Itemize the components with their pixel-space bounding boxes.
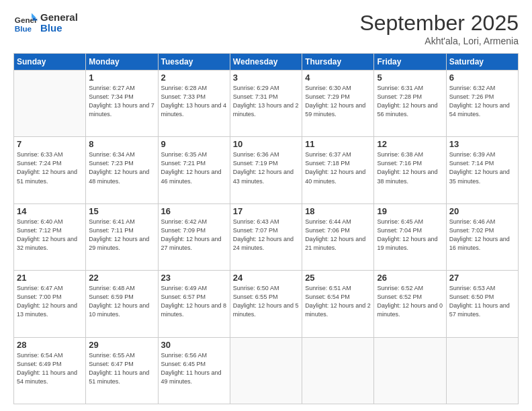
day-info: Sunrise: 6:36 AMSunset: 7:19 PMDaylight:…: [233, 150, 299, 185]
day-number: 20: [449, 206, 515, 216]
day-info: Sunrise: 6:44 AMSunset: 7:06 PMDaylight:…: [305, 218, 371, 253]
day-cell: [302, 337, 374, 404]
day-cell: 6Sunrise: 6:32 AMSunset: 7:26 PMDaylight…: [446, 71, 518, 137]
day-number: 16: [161, 206, 227, 216]
day-info: Sunrise: 6:41 AMSunset: 7:11 PMDaylight:…: [89, 218, 154, 253]
day-number: 14: [17, 206, 83, 216]
day-number: 26: [377, 273, 443, 283]
day-number: 12: [377, 139, 443, 149]
day-info: Sunrise: 6:27 AMSunset: 7:34 PMDaylight:…: [89, 84, 154, 119]
svg-text:Blue: Blue: [15, 24, 32, 33]
day-info: Sunrise: 6:47 AMSunset: 7:00 PMDaylight:…: [17, 284, 83, 319]
day-cell: 10Sunrise: 6:36 AMSunset: 7:19 PMDayligh…: [230, 137, 302, 203]
col-monday: Monday: [86, 54, 158, 71]
day-number: 25: [305, 273, 371, 283]
day-number: 9: [161, 139, 227, 149]
day-number: 4: [305, 73, 371, 83]
calendar-header: Sunday Monday Tuesday Wednesday Thursday…: [14, 54, 519, 71]
day-info: Sunrise: 6:40 AMSunset: 7:12 PMDaylight:…: [17, 218, 83, 253]
day-number: 22: [89, 273, 154, 283]
week-row-3: 21Sunrise: 6:47 AMSunset: 7:00 PMDayligh…: [14, 271, 519, 337]
day-number: 23: [161, 273, 227, 283]
day-number: 28: [17, 340, 83, 350]
day-number: 21: [17, 273, 83, 283]
col-saturday: Saturday: [446, 54, 518, 71]
day-info: Sunrise: 6:54 AMSunset: 6:49 PMDaylight:…: [17, 351, 83, 386]
logo-icon: General Blue: [13, 11, 38, 35]
col-sunday: Sunday: [14, 54, 86, 71]
day-info: Sunrise: 6:51 AMSunset: 6:54 PMDaylight:…: [305, 284, 371, 319]
day-cell: 17Sunrise: 6:43 AMSunset: 7:07 PMDayligh…: [230, 203, 302, 270]
day-info: Sunrise: 6:29 AMSunset: 7:31 PMDaylight:…: [233, 84, 299, 119]
day-cell: 11Sunrise: 6:37 AMSunset: 7:18 PMDayligh…: [302, 137, 374, 203]
logo-blue: Blue: [40, 23, 78, 34]
day-info: Sunrise: 6:33 AMSunset: 7:24 PMDaylight:…: [17, 150, 83, 185]
week-row-1: 7Sunrise: 6:33 AMSunset: 7:24 PMDaylight…: [14, 137, 519, 203]
day-number: 6: [449, 73, 515, 83]
day-cell: [446, 337, 518, 404]
day-number: 13: [449, 139, 515, 149]
day-info: Sunrise: 6:28 AMSunset: 7:33 PMDaylight:…: [161, 84, 227, 119]
day-number: 30: [161, 340, 227, 350]
day-number: 29: [89, 340, 154, 350]
day-number: 2: [161, 73, 227, 83]
day-cell: 12Sunrise: 6:38 AMSunset: 7:16 PMDayligh…: [374, 137, 446, 203]
day-info: Sunrise: 6:49 AMSunset: 6:57 PMDaylight:…: [161, 284, 227, 319]
day-info: Sunrise: 6:34 AMSunset: 7:23 PMDaylight:…: [89, 150, 154, 185]
day-number: 19: [377, 206, 443, 216]
day-info: Sunrise: 6:32 AMSunset: 7:26 PMDaylight:…: [449, 84, 515, 119]
month-title: September 2025: [359, 11, 519, 36]
day-info: Sunrise: 6:35 AMSunset: 7:21 PMDaylight:…: [161, 150, 227, 185]
day-cell: [14, 71, 86, 137]
day-info: Sunrise: 6:56 AMSunset: 6:45 PMDaylight:…: [161, 351, 227, 386]
day-info: Sunrise: 6:43 AMSunset: 7:07 PMDaylight:…: [233, 218, 299, 253]
day-number: 1: [89, 73, 154, 83]
day-info: Sunrise: 6:42 AMSunset: 7:09 PMDaylight:…: [161, 218, 227, 253]
day-info: Sunrise: 6:45 AMSunset: 7:04 PMDaylight:…: [377, 218, 443, 253]
day-cell: 19Sunrise: 6:45 AMSunset: 7:04 PMDayligh…: [374, 203, 446, 270]
day-cell: 1Sunrise: 6:27 AMSunset: 7:34 PMDaylight…: [86, 71, 158, 137]
calendar-body: 1Sunrise: 6:27 AMSunset: 7:34 PMDaylight…: [14, 71, 519, 404]
day-info: Sunrise: 6:30 AMSunset: 7:29 PMDaylight:…: [305, 84, 371, 119]
week-row-4: 28Sunrise: 6:54 AMSunset: 6:49 PMDayligh…: [14, 337, 519, 404]
day-cell: 28Sunrise: 6:54 AMSunset: 6:49 PMDayligh…: [14, 337, 86, 404]
day-cell: 27Sunrise: 6:53 AMSunset: 6:50 PMDayligh…: [446, 271, 518, 337]
header: General Blue General Blue September 2025…: [13, 11, 519, 46]
day-cell: 4Sunrise: 6:30 AMSunset: 7:29 PMDaylight…: [302, 71, 374, 137]
day-cell: 24Sunrise: 6:50 AMSunset: 6:55 PMDayligh…: [230, 271, 302, 337]
day-number: 8: [89, 139, 154, 149]
day-info: Sunrise: 6:55 AMSunset: 6:47 PMDaylight:…: [89, 351, 154, 386]
day-info: Sunrise: 6:37 AMSunset: 7:18 PMDaylight:…: [305, 150, 371, 185]
day-cell: 2Sunrise: 6:28 AMSunset: 7:33 PMDaylight…: [158, 71, 230, 137]
day-info: Sunrise: 6:52 AMSunset: 6:52 PMDaylight:…: [377, 284, 443, 319]
title-block: September 2025 Akht'ala, Lori, Armenia: [359, 11, 519, 46]
day-cell: [230, 337, 302, 404]
col-friday: Friday: [374, 54, 446, 71]
day-number: 27: [449, 273, 515, 283]
day-cell: 8Sunrise: 6:34 AMSunset: 7:23 PMDaylight…: [86, 137, 158, 203]
day-cell: 7Sunrise: 6:33 AMSunset: 7:24 PMDaylight…: [14, 137, 86, 203]
day-cell: 3Sunrise: 6:29 AMSunset: 7:31 PMDaylight…: [230, 71, 302, 137]
day-cell: 18Sunrise: 6:44 AMSunset: 7:06 PMDayligh…: [302, 203, 374, 270]
day-cell: 25Sunrise: 6:51 AMSunset: 6:54 PMDayligh…: [302, 271, 374, 337]
day-cell: 16Sunrise: 6:42 AMSunset: 7:09 PMDayligh…: [158, 203, 230, 270]
day-cell: 26Sunrise: 6:52 AMSunset: 6:52 PMDayligh…: [374, 271, 446, 337]
day-cell: 29Sunrise: 6:55 AMSunset: 6:47 PMDayligh…: [86, 337, 158, 404]
day-info: Sunrise: 6:48 AMSunset: 6:59 PMDaylight:…: [89, 284, 154, 319]
day-number: 24: [233, 273, 299, 283]
col-wednesday: Wednesday: [230, 54, 302, 71]
day-number: 5: [377, 73, 443, 83]
header-row: Sunday Monday Tuesday Wednesday Thursday…: [14, 54, 519, 71]
day-cell: 13Sunrise: 6:39 AMSunset: 7:14 PMDayligh…: [446, 137, 518, 203]
day-info: Sunrise: 6:46 AMSunset: 7:02 PMDaylight:…: [449, 218, 515, 253]
day-cell: 21Sunrise: 6:47 AMSunset: 7:00 PMDayligh…: [14, 271, 86, 337]
day-cell: 30Sunrise: 6:56 AMSunset: 6:45 PMDayligh…: [158, 337, 230, 404]
week-row-2: 14Sunrise: 6:40 AMSunset: 7:12 PMDayligh…: [14, 203, 519, 270]
week-row-0: 1Sunrise: 6:27 AMSunset: 7:34 PMDaylight…: [14, 71, 519, 137]
day-info: Sunrise: 6:39 AMSunset: 7:14 PMDaylight:…: [449, 150, 515, 185]
col-thursday: Thursday: [302, 54, 374, 71]
day-cell: 20Sunrise: 6:46 AMSunset: 7:02 PMDayligh…: [446, 203, 518, 270]
subtitle: Akht'ala, Lori, Armenia: [359, 36, 519, 46]
calendar: Sunday Monday Tuesday Wednesday Thursday…: [13, 53, 519, 404]
day-number: 7: [17, 139, 83, 149]
